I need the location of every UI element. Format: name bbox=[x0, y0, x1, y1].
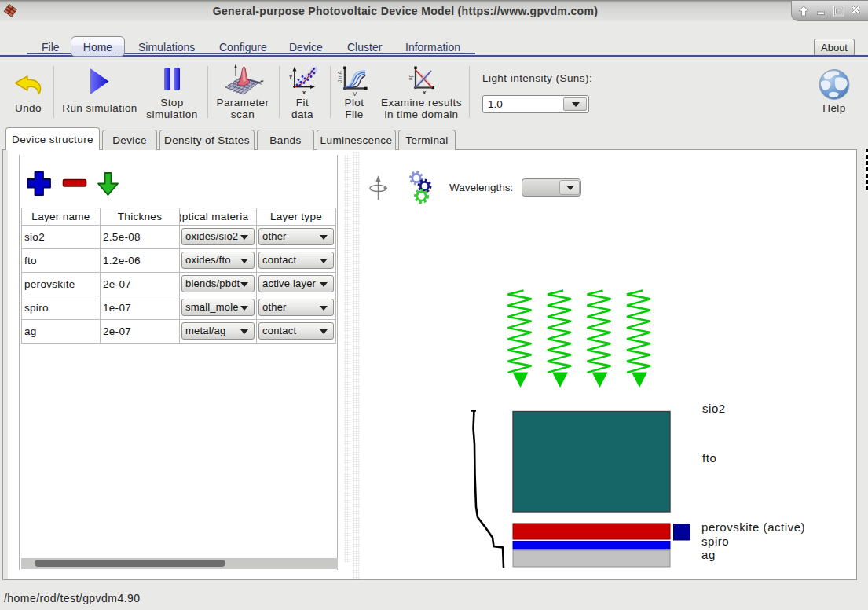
svg-text:y: y bbox=[289, 72, 293, 79]
svg-text:np: np bbox=[408, 74, 414, 80]
svg-text:x: x bbox=[423, 89, 427, 96]
svg-text:x: x bbox=[302, 89, 306, 96]
svg-text:J mA: J mA bbox=[337, 71, 342, 83]
